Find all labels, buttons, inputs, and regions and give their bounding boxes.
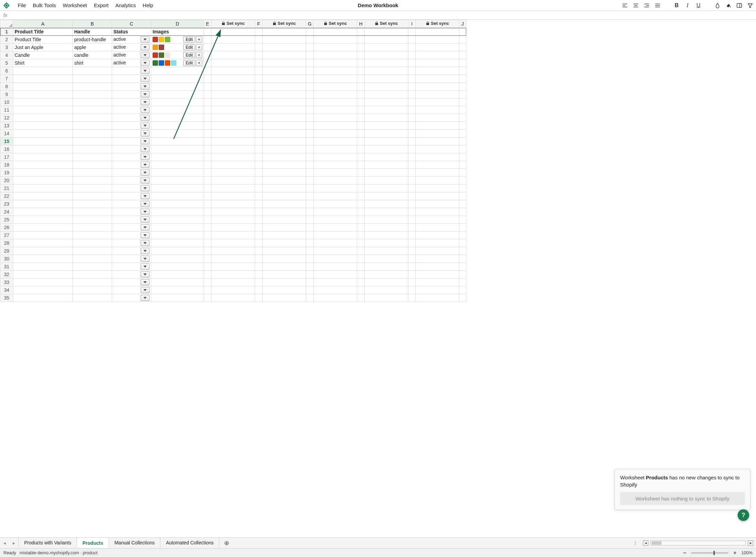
panel-icon[interactable]: [736, 2, 742, 9]
cell[interactable]: [306, 145, 314, 153]
cell[interactable]: [13, 224, 73, 232]
col-header-H[interactable]: H: [357, 20, 365, 28]
cell[interactable]: [306, 247, 314, 255]
cell[interactable]: [416, 192, 459, 200]
tab-menu-icon[interactable]: ⋮: [630, 540, 641, 546]
cell[interactable]: [357, 36, 365, 44]
cell[interactable]: [112, 294, 151, 302]
cell[interactable]: [306, 153, 314, 161]
row-header[interactable]: 16: [0, 145, 13, 153]
cell[interactable]: [263, 177, 306, 185]
cell[interactable]: [13, 278, 73, 286]
cell[interactable]: [365, 59, 408, 67]
status-dropdown-icon[interactable]: [141, 185, 149, 191]
status-dropdown-icon[interactable]: [141, 240, 149, 246]
cell[interactable]: [204, 216, 211, 224]
cell[interactable]: [204, 114, 211, 122]
cell[interactable]: [13, 75, 73, 83]
status-dropdown-icon[interactable]: [141, 154, 149, 160]
fill-icon[interactable]: [725, 2, 731, 9]
cell[interactable]: [306, 208, 314, 216]
cell[interactable]: [255, 208, 263, 216]
cell[interactable]: [151, 67, 204, 75]
formula-bar[interactable]: fx: [0, 11, 756, 20]
cell[interactable]: [13, 177, 73, 185]
cell[interactable]: [13, 185, 73, 192]
cell[interactable]: [73, 263, 112, 271]
cell[interactable]: [459, 294, 466, 302]
cell[interactable]: [357, 130, 365, 138]
help-fab[interactable]: ?: [738, 509, 749, 521]
cell[interactable]: [314, 232, 357, 239]
cell[interactable]: [365, 232, 408, 239]
cell[interactable]: [204, 122, 211, 130]
cell[interactable]: [306, 169, 314, 177]
cell[interactable]: [459, 83, 466, 91]
cell[interactable]: [211, 59, 255, 67]
cell[interactable]: [73, 192, 112, 200]
edit-images-button[interactable]: Edit: [183, 44, 195, 50]
cell[interactable]: [263, 278, 306, 286]
cell[interactable]: [314, 286, 357, 294]
col-header-F[interactable]: F: [255, 20, 263, 28]
status-dropdown-icon[interactable]: [141, 201, 149, 207]
cell-images[interactable]: Edit+: [151, 36, 204, 44]
cell[interactable]: [416, 51, 459, 59]
cell[interactable]: [255, 239, 263, 247]
cell[interactable]: [211, 232, 255, 239]
hscroll-left-icon[interactable]: ◂: [643, 540, 648, 546]
cell[interactable]: [255, 247, 263, 255]
cell[interactable]: [151, 239, 204, 247]
cell[interactable]: [255, 91, 263, 98]
cell[interactable]: [151, 247, 204, 255]
cell[interactable]: [73, 224, 112, 232]
row-header[interactable]: 15: [0, 138, 13, 145]
cell[interactable]: [357, 98, 365, 106]
cell[interactable]: [255, 224, 263, 232]
cell[interactable]: [314, 294, 357, 302]
cell[interactable]: [255, 51, 263, 59]
cell[interactable]: [263, 263, 306, 271]
cell[interactable]: [459, 67, 466, 75]
cell[interactable]: [73, 239, 112, 247]
cell[interactable]: [416, 200, 459, 208]
cell-images[interactable]: Edit+: [151, 44, 204, 51]
cell[interactable]: [314, 247, 357, 255]
cell[interactable]: [211, 278, 255, 286]
cell[interactable]: [73, 185, 112, 192]
cell[interactable]: [255, 200, 263, 208]
col-header-I[interactable]: I: [408, 20, 416, 28]
cell[interactable]: [314, 208, 357, 216]
cell[interactable]: [306, 271, 314, 278]
cell[interactable]: [112, 67, 151, 75]
cell[interactable]: [314, 130, 357, 138]
cell[interactable]: [416, 106, 459, 114]
cell[interactable]: [255, 169, 263, 177]
cell[interactable]: [459, 75, 466, 83]
cell[interactable]: [73, 153, 112, 161]
status-dropdown-icon[interactable]: [141, 279, 149, 285]
cell[interactable]: [255, 271, 263, 278]
cell[interactable]: [151, 255, 204, 263]
cell[interactable]: [151, 263, 204, 271]
underline-icon[interactable]: U: [695, 2, 702, 9]
cell[interactable]: [255, 177, 263, 185]
cell[interactable]: [408, 255, 416, 263]
cell[interactable]: [357, 294, 365, 302]
cell[interactable]: [365, 67, 408, 75]
cell[interactable]: [408, 36, 416, 44]
cell[interactable]: [306, 294, 314, 302]
cell[interactable]: [459, 247, 466, 255]
cell[interactable]: [408, 44, 416, 51]
cell[interactable]: [357, 247, 365, 255]
cell[interactable]: [73, 177, 112, 185]
cell[interactable]: [204, 278, 211, 286]
row-header[interactable]: 5: [0, 59, 13, 67]
cell[interactable]: [314, 177, 357, 185]
cell[interactable]: [255, 145, 263, 153]
cell[interactable]: [211, 153, 255, 161]
cell[interactable]: [211, 83, 255, 91]
status-dropdown-icon[interactable]: [141, 162, 149, 168]
cell[interactable]: [365, 271, 408, 278]
cell[interactable]: [416, 98, 459, 106]
